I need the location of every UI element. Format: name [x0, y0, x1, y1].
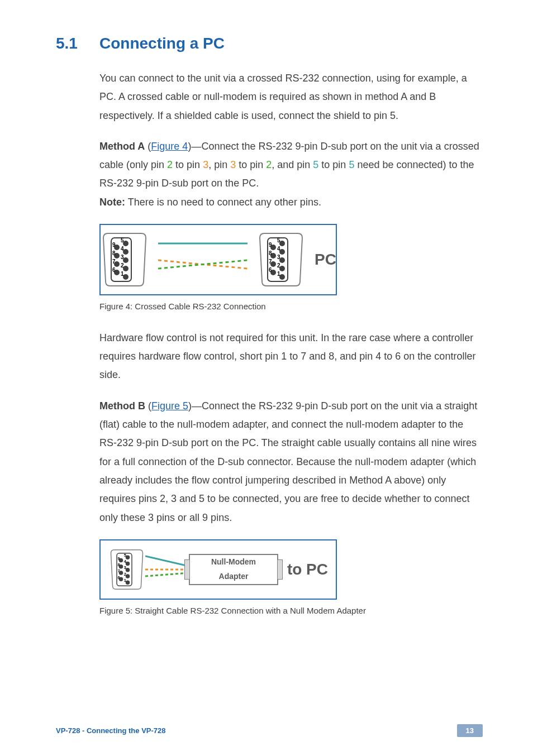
svg-text:2: 2 [277, 262, 280, 269]
method-b-label: Method B [99, 400, 145, 412]
svg-text:7: 7 [118, 568, 120, 573]
pin-2: 2 [167, 159, 173, 170]
svg-text:5: 5 [121, 237, 124, 243]
pin-3: 3 [203, 159, 208, 170]
svg-text:9: 9 [112, 242, 116, 248]
heading-title: Connecting a PC [99, 35, 225, 52]
figure-4-caption: Figure 4: Crossed Cable RS-232 Connectio… [99, 299, 483, 314]
text: to pin [318, 159, 349, 170]
null-modem-adapter: Null-Modem Adapter [189, 554, 278, 585]
svg-text:9: 9 [118, 556, 120, 561]
svg-text:2: 2 [124, 571, 126, 576]
svg-text:2: 2 [121, 262, 124, 269]
figure-5-link[interactable]: Figure 5 [151, 400, 188, 412]
svg-text:1: 1 [124, 578, 126, 583]
hardware-flow-paragraph: Hardware flow control is not required fo… [99, 329, 483, 385]
method-a-label: Method A [99, 141, 145, 152]
svg-text:5: 5 [124, 553, 126, 558]
heading-number: 5.1 [56, 35, 99, 52]
method-a-paragraph: Method A (Figure 4)—Connect the RS-232 9… [99, 137, 483, 212]
pin-5: 5 [313, 159, 318, 170]
svg-text:9: 9 [269, 242, 272, 248]
svg-text:6: 6 [118, 575, 120, 580]
svg-text:4: 4 [121, 246, 124, 252]
figure-4: 54321 9876 [99, 224, 337, 295]
text: )—Connect the RS-232 9-pin D-sub port on… [99, 400, 477, 523]
svg-text:8: 8 [112, 250, 116, 256]
svg-text:3: 3 [277, 254, 280, 260]
body: You can connect to the unit via a crosse… [99, 69, 483, 619]
figure-5: 54321 9876 Null-Modem Adapter to PC [99, 539, 337, 600]
text: , and pin [272, 159, 313, 170]
wires-icon [158, 232, 248, 287]
dsub-icon: 54321 9876 [100, 232, 149, 287]
svg-text:5: 5 [277, 237, 280, 243]
svg-text:8: 8 [269, 250, 272, 256]
dsub-connector-left: 54321 9876 [100, 232, 149, 287]
page-footer: VP-728 - Connecting the VP-728 13 [56, 724, 483, 737]
pin-2: 2 [266, 159, 272, 170]
note-label: Note: [99, 197, 125, 208]
text: to pin [173, 159, 203, 170]
figure-4-link[interactable]: Figure 4 [151, 141, 188, 152]
svg-line-60 [145, 556, 189, 566]
method-b-paragraph: Method B (Figure 5)—Connect the RS-232 9… [99, 397, 483, 527]
svg-line-62 [145, 573, 189, 576]
svg-text:3: 3 [124, 565, 126, 570]
intro-paragraph: You can connect to the unit via a crosse… [99, 69, 483, 125]
svg-text:4: 4 [277, 246, 280, 252]
dsub-connector-right: 54321 9876 [256, 232, 306, 287]
null-modem-label: Null-Modem Adapter [211, 555, 256, 584]
text: , pin [208, 159, 230, 170]
svg-text:8: 8 [118, 562, 120, 567]
pc-label: PC [315, 245, 336, 274]
text: to pin [236, 159, 266, 170]
dsub-icon: 54321 9876 [256, 232, 306, 287]
svg-text:6: 6 [269, 267, 272, 273]
svg-text:7: 7 [269, 259, 272, 265]
note-text: There is no need to connect any other pi… [125, 197, 321, 208]
to-pc-label: to PC [287, 555, 328, 584]
pin-3: 3 [230, 159, 236, 170]
crossed-wires [158, 232, 248, 287]
svg-text:1: 1 [121, 271, 124, 277]
section-heading: 5.1 Connecting a PC [56, 35, 483, 52]
figure-5-caption: Figure 5: Straight Cable RS-232 Connecti… [99, 603, 483, 619]
svg-text:1: 1 [277, 271, 280, 277]
footer-title: VP-728 - Connecting the VP-728 [56, 726, 166, 735]
dsub-connector-small: 54321 9876 [108, 547, 145, 592]
svg-text:6: 6 [112, 267, 116, 273]
dsub-icon: 54321 9876 [108, 547, 145, 592]
pin-5: 5 [349, 159, 354, 170]
page: 5.1 Connecting a PC You can connect to t… [0, 0, 533, 756]
svg-text:7: 7 [112, 259, 116, 265]
svg-text:3: 3 [121, 254, 124, 260]
straight-wires [145, 547, 189, 592]
page-number: 13 [457, 724, 483, 737]
figure-5-left: 54321 9876 Null-Modem Adapter [108, 547, 278, 592]
